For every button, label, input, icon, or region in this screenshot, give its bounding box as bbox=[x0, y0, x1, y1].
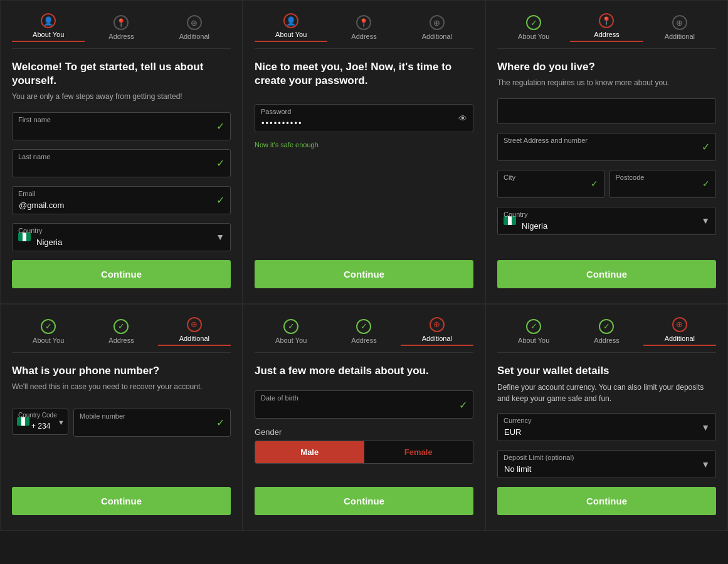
gender-toggle: Male Female bbox=[255, 441, 473, 464]
step-address-4[interactable]: ✓ Address bbox=[85, 319, 157, 344]
panel-title-details: Just a few more details about you. bbox=[255, 364, 473, 378]
step-label-about5: About You bbox=[275, 337, 307, 344]
phone-flag-icon bbox=[17, 417, 29, 428]
step-icon-loc1: 📍 bbox=[113, 15, 129, 30]
gender-label: Gender bbox=[255, 427, 473, 437]
city-select[interactable] bbox=[497, 170, 604, 198]
step-label-add3: Additional bbox=[665, 33, 695, 40]
step-icon-check3a: ✓ bbox=[526, 15, 541, 30]
password-input[interactable] bbox=[255, 104, 473, 132]
step-icon-check4b: ✓ bbox=[113, 319, 129, 334]
email-check-icon: ✓ bbox=[216, 194, 224, 206]
gender-male-button[interactable]: Male bbox=[255, 441, 364, 463]
step-icon-check6b: ✓ bbox=[599, 319, 614, 334]
step-about-4[interactable]: ✓ About You bbox=[12, 319, 85, 344]
country-addr-group: Country Nigeria ▼ bbox=[497, 207, 716, 235]
step-icon-check5b: ✓ bbox=[356, 319, 371, 334]
step-label-about3: About You bbox=[518, 33, 549, 40]
step-icon-loc2: 📍 bbox=[356, 15, 371, 30]
dob-input[interactable] bbox=[255, 390, 473, 419]
dob-check-icon: ✓ bbox=[459, 399, 467, 410]
continue-button-5[interactable]: Continue bbox=[255, 487, 473, 515]
mobile-group: Mobile number ✓ bbox=[73, 409, 231, 437]
step-label-add2: Additional bbox=[422, 33, 452, 40]
panel-address: ✓ About You 📍 Address ⊕ Additional Where… bbox=[485, 0, 728, 304]
step-additional-6[interactable]: ⊕ Additional bbox=[643, 317, 716, 346]
panel-title-about: Welcome! To get started, tell us about y… bbox=[12, 60, 231, 88]
dob-group: Date of birth ✓ bbox=[255, 390, 473, 419]
continue-button-4[interactable]: Continue bbox=[12, 487, 231, 515]
step-icon-plus3: ⊕ bbox=[672, 15, 687, 30]
password-group: Password 👁 bbox=[255, 104, 473, 132]
eye-icon[interactable]: 👁 bbox=[458, 113, 467, 123]
city-group: City ✓ bbox=[497, 170, 604, 198]
postcode-select[interactable] bbox=[609, 170, 717, 198]
code-arrow-icon: ▼ bbox=[58, 419, 65, 426]
step-about-3[interactable]: ✓ About You bbox=[497, 15, 570, 40]
postcode-group: Postcode ✓ bbox=[609, 170, 717, 198]
step-additional-2[interactable]: ⊕ Additional bbox=[401, 15, 473, 40]
continue-button-3[interactable]: Continue bbox=[497, 260, 716, 288]
panel-subtitle-wallet: Define your account currency. You can al… bbox=[497, 382, 716, 404]
currency-group: Currency EUR USD GBP NGN ▼ bbox=[497, 413, 716, 441]
last-name-group: Last name ✓ bbox=[12, 149, 231, 177]
first-name-input[interactable] bbox=[12, 112, 231, 140]
step-label-addr5: Address bbox=[351, 337, 376, 344]
step-label-addr3: Address bbox=[594, 31, 619, 38]
first-name-check-icon: ✓ bbox=[216, 120, 224, 132]
street-input[interactable] bbox=[497, 133, 716, 161]
step-label-addr6: Address bbox=[594, 337, 619, 344]
panel-title-password: Nice to meet you, Joe! Now, it's time to… bbox=[255, 60, 473, 88]
step-label-add5: Additional bbox=[422, 335, 452, 342]
continue-button-1[interactable]: Continue bbox=[12, 260, 231, 288]
step-label-addr2: Address bbox=[351, 33, 376, 40]
step-label-add4: Additional bbox=[179, 335, 209, 342]
step-icon-plus2: ⊕ bbox=[430, 15, 445, 30]
address-top-group bbox=[497, 98, 716, 124]
panel-subtitle-about: You are only a few steps away from getti… bbox=[12, 91, 231, 102]
step-additional-4[interactable]: ⊕ Additional bbox=[158, 317, 231, 346]
step-address-3[interactable]: 📍 Address bbox=[570, 13, 643, 42]
last-name-input[interactable] bbox=[12, 149, 231, 177]
street-address-group: Street Address and number ✓ bbox=[497, 133, 716, 161]
step-label-about6: About You bbox=[518, 337, 549, 344]
stepper-4: ✓ About You ✓ Address ⊕ Additional bbox=[12, 317, 231, 353]
step-icon-plus1: ⊕ bbox=[187, 15, 202, 30]
panel-about-you: 👤 About You 📍 Address ⊕ Additional Welco… bbox=[0, 0, 243, 304]
step-about-2[interactable]: 👤 About You bbox=[255, 13, 327, 42]
mobile-input[interactable] bbox=[73, 409, 231, 437]
continue-button-6[interactable]: Continue bbox=[497, 487, 716, 515]
step-label-add6: Additional bbox=[665, 335, 695, 342]
step-label-about: About You bbox=[33, 31, 64, 38]
step-about-6[interactable]: ✓ About You bbox=[497, 319, 570, 344]
step-icon-plus6: ⊕ bbox=[672, 317, 687, 332]
street-check-icon: ✓ bbox=[702, 141, 710, 153]
step-address-1[interactable]: 📍 Address bbox=[85, 15, 157, 40]
step-icon-plus4: ⊕ bbox=[187, 317, 202, 332]
gender-female-button[interactable]: Female bbox=[364, 441, 473, 463]
country-addr-select[interactable]: Nigeria bbox=[497, 207, 716, 235]
step-icon-person: 👤 bbox=[41, 13, 56, 28]
step-additional-5[interactable]: ⊕ Additional bbox=[401, 317, 473, 346]
step-label-add1: Additional bbox=[179, 33, 209, 40]
step-icon-person2: 👤 bbox=[283, 13, 298, 28]
step-address-2[interactable]: 📍 Address bbox=[327, 15, 400, 40]
mobile-check-icon: ✓ bbox=[216, 417, 224, 429]
stepper-5: ✓ About You ✓ Address ⊕ Additional bbox=[255, 317, 473, 353]
step-about-5[interactable]: ✓ About You bbox=[255, 319, 327, 344]
step-additional-3[interactable]: ⊕ Additional bbox=[643, 15, 716, 40]
currency-select[interactable]: EUR USD GBP NGN bbox=[497, 413, 716, 441]
step-address-5[interactable]: ✓ Address bbox=[327, 319, 400, 344]
stepper-1: 👤 About You 📍 Address ⊕ Additional bbox=[12, 13, 231, 49]
step-label-addr1: Address bbox=[108, 33, 134, 40]
step-additional-1[interactable]: ⊕ Additional bbox=[158, 15, 231, 40]
stepper-6: ✓ About You ✓ Address ⊕ Additional bbox=[497, 317, 716, 353]
step-address-6[interactable]: ✓ Address bbox=[570, 319, 643, 344]
address-top-input[interactable] bbox=[497, 98, 716, 124]
phone-code-group: Country Code ▼ bbox=[12, 409, 68, 437]
continue-button-2[interactable]: Continue bbox=[255, 260, 473, 288]
country-select[interactable]: Nigeria bbox=[12, 223, 231, 251]
step-about-you-1[interactable]: 👤 About You bbox=[12, 13, 85, 42]
deposit-select[interactable]: No limit 100 200 500 1000 bbox=[497, 450, 716, 478]
email-input[interactable] bbox=[12, 186, 231, 214]
